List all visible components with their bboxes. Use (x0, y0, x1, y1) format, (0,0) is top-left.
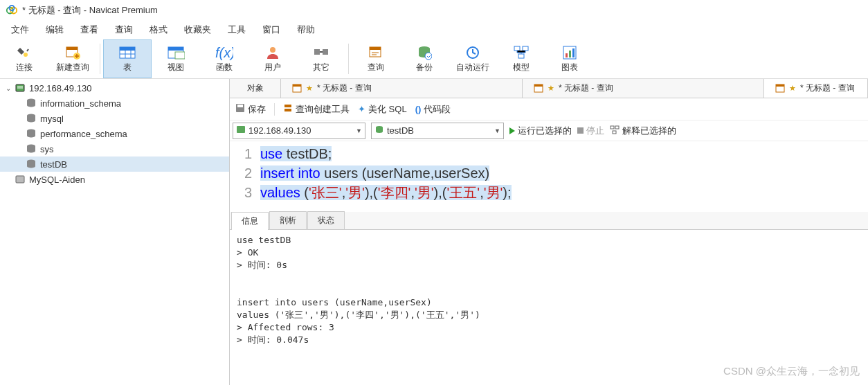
query-tab[interactable]: ★* 无标题 - 查询 (281, 79, 523, 98)
toolbar-label: 用户 (264, 62, 281, 73)
menu-格式[interactable]: 格式 (143, 22, 174, 37)
menu-窗口[interactable]: 窗口 (255, 22, 287, 37)
editor-line[interactable]: 1use testDB; (230, 144, 868, 163)
svg-rect-26 (569, 51, 571, 57)
svg-rect-10 (168, 47, 183, 51)
menu-工具[interactable]: 工具 (221, 22, 253, 37)
svg-rect-45 (611, 126, 614, 129)
output-tab-状态[interactable]: 状态 (307, 211, 345, 229)
sql-editor[interactable]: 1use testDB;2insert into users (userName… (230, 141, 868, 205)
expand-arrow-icon[interactable]: ⌄ (3, 84, 14, 92)
beautify-button[interactable]: ✦ 美化 SQL (358, 103, 407, 116)
tree-database-node[interactable]: information_schema (0, 96, 229, 111)
toolbar-query-button[interactable]: 查询 (352, 39, 400, 78)
snippet-label: 代码段 (424, 103, 451, 116)
tab-label: * 无标题 - 查询 (800, 82, 855, 94)
database-combo[interactable]: testDB ▼ (371, 123, 504, 139)
svg-rect-11 (175, 52, 185, 59)
toolbar-view-button[interactable]: 视图 (152, 39, 200, 78)
toolbar-label: 模型 (513, 62, 530, 73)
toolbar-table-button[interactable]: 表 (103, 39, 152, 78)
connection-combo[interactable]: 192.168.49.130 ▼ (233, 123, 365, 139)
code-content[interactable]: values ('张三','男'),('李四','男'),('王五','男'); (260, 183, 512, 202)
svg-rect-47 (613, 131, 616, 134)
code-content[interactable]: insert into users (userName,userSex) (260, 163, 489, 183)
output-panel[interactable]: use testDB > OK > 时间: 0s insert into use… (230, 230, 868, 385)
stop-icon (577, 127, 584, 134)
builder-icon (283, 103, 293, 115)
query-tab[interactable]: ★* 无标题 - 查询 (764, 79, 868, 98)
editor-tabs: 对象 ★* 无标题 - 查询★* 无标题 - 查询★* 无标题 - 查询 (230, 79, 868, 98)
svg-rect-22 (523, 46, 528, 51)
connection-label: MySQL-Aiden (29, 174, 85, 185)
toolbar-fx-button[interactable]: f(x)函数 (200, 39, 248, 78)
stop-label: 停止 (586, 125, 604, 137)
menu-收藏夹[interactable]: 收藏夹 (177, 22, 218, 37)
output-tab-剖析[interactable]: 剖析 (269, 211, 307, 229)
tree-database-node[interactable]: mysql (0, 111, 229, 126)
explain-button[interactable]: 解释已选择的 (610, 125, 676, 137)
toolbar-auto-button[interactable]: 自动运行 (449, 39, 497, 78)
menu-编辑[interactable]: 编辑 (39, 22, 71, 37)
connection-tree[interactable]: ⌄ 192.168.49.130 information_schemamysql… (0, 79, 230, 385)
toolbar-plug-button[interactable]: 连接 (0, 39, 48, 78)
toolbar-label: 图表 (561, 62, 578, 73)
backup-icon (415, 44, 433, 62)
query-icon (292, 84, 302, 93)
separator (274, 103, 275, 116)
svg-rect-15 (323, 49, 328, 55)
query-icon (534, 84, 543, 93)
svg-rect-38 (534, 84, 543, 87)
code-content[interactable]: use testDB; (260, 144, 332, 163)
star-icon: ★ (789, 84, 796, 93)
toolbar-label: 备份 (416, 62, 433, 73)
tree-database-node[interactable]: sys (0, 141, 229, 156)
stop-button[interactable]: 停止 (577, 125, 604, 137)
tab-objects[interactable]: 对象 (230, 79, 281, 98)
snippet-button[interactable]: () 代码段 (415, 103, 451, 116)
tab-label: * 无标题 - 查询 (559, 82, 613, 94)
toolbar-model-button[interactable]: 模型 (497, 39, 545, 78)
database-icon (25, 143, 37, 155)
query-toolbar: 保存 查询创建工具 ✦ 美化 SQL () 代码段 (230, 98, 868, 120)
save-label: 保存 (248, 103, 266, 116)
editor-line[interactable]: 2insert into users (userName,userSex) (230, 163, 868, 183)
run-button[interactable]: 运行已选择的 (509, 125, 572, 137)
tab-label: 对象 (247, 82, 264, 94)
other-icon (312, 44, 330, 62)
toolbar-backup-button[interactable]: 备份 (400, 39, 449, 78)
beautify-label: 美化 SQL (368, 103, 407, 116)
connection-value: 192.168.49.130 (248, 125, 350, 136)
toolbar-label: 函数 (216, 62, 233, 73)
tree-database-node[interactable]: performance_schema (0, 126, 229, 141)
database-icon (25, 97, 37, 109)
svg-rect-27 (572, 48, 575, 57)
user-icon (264, 44, 282, 62)
toolbar-new-query-button[interactable]: 新建查询 (48, 39, 97, 78)
query-builder-button[interactable]: 查询创建工具 (283, 103, 350, 116)
svg-rect-17 (370, 47, 381, 50)
output-tab-信息[interactable]: 信息 (231, 212, 269, 230)
chart-icon (561, 44, 579, 62)
tree-server-node[interactable]: ⌄ 192.168.49.130 (0, 80, 229, 96)
explain-icon (610, 125, 620, 136)
menu-查看[interactable]: 查看 (73, 22, 105, 37)
query-tab[interactable]: ★* 无标题 - 查询 (523, 79, 764, 98)
tree-other-connection[interactable]: MySQL-Aiden (0, 172, 229, 187)
tree-database-node[interactable]: testDB (0, 156, 229, 172)
menu-查询[interactable]: 查询 (108, 22, 140, 37)
editor-line[interactable]: 3values ('张三','男'),('李四','男'),('王五','男')… (230, 183, 868, 202)
menu-帮助[interactable]: 帮助 (290, 22, 322, 37)
chevron-down-icon: ▼ (494, 127, 500, 134)
toolbar-chart-button[interactable]: 图表 (545, 39, 594, 78)
database-label: performance_schema (40, 129, 127, 139)
toolbar-other-button[interactable]: 其它 (297, 39, 345, 78)
svg-rect-46 (615, 126, 619, 129)
save-button[interactable]: 保存 (235, 103, 266, 116)
main-toolbar: 连接新建查询表视图f(x)函数用户其它查询备份自动运行模型图表 (0, 39, 868, 79)
toolbar-user-button[interactable]: 用户 (248, 39, 297, 78)
svg-rect-23 (518, 54, 524, 58)
play-icon (509, 127, 515, 134)
menu-文件[interactable]: 文件 (4, 22, 36, 37)
star-icon: ★ (548, 84, 554, 93)
